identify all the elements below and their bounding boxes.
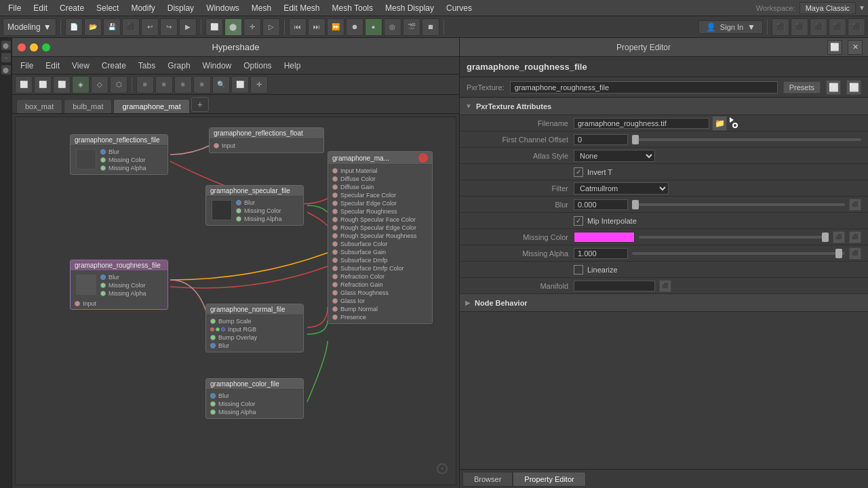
missing-color-btn-1[interactable]: ⬛ [833, 231, 845, 243]
port-missing-alpha-1[interactable] [100, 165, 106, 171]
open-scene-button[interactable]: 📂 [84, 18, 102, 36]
port-ma-2[interactable] [236, 216, 241, 222]
hs-menu-tabs[interactable]: Tabs [133, 60, 161, 72]
tab-box-mat[interactable]: box_mat [16, 99, 62, 113]
menu-edit[interactable]: Edit [28, 2, 53, 14]
tab-property-editor[interactable]: Property Editor [513, 472, 585, 487]
hs-tool-7[interactable]: ⬜ [231, 76, 249, 94]
hs-menu-options[interactable]: Options [238, 60, 277, 72]
port-mc-3[interactable] [100, 283, 106, 288]
side-icon-3[interactable]: ⬤ [1, 65, 11, 75]
port-blur-normal[interactable] [210, 343, 216, 348]
blur-thumb[interactable] [632, 200, 639, 209]
channel-offset-slider[interactable] [632, 138, 861, 141]
prop-scroll-area[interactable]: ▼ PxrTexture Attributes Filename 📁 First… [460, 98, 868, 469]
layout-btn-1[interactable]: ⬛ [772, 18, 789, 36]
playback-btn-3[interactable]: ⏩ [327, 18, 344, 36]
side-icon-2[interactable]: ↔ [1, 53, 11, 62]
hs-menu-view[interactable]: View [66, 60, 95, 72]
port-in-sf[interactable] [332, 192, 338, 198]
node-reflections-float[interactable]: gramaphone_reflections_float Input [209, 127, 324, 153]
render3-button[interactable]: ⏹ [422, 18, 439, 36]
filename-input[interactable] [574, 118, 709, 129]
node-specular-file[interactable]: gramaphone_specular_file Blur Missing Co… [205, 185, 304, 226]
port-in-rse[interactable] [332, 225, 338, 230]
section-pxrtexture[interactable]: ▼ PxrTexture Attributes [460, 98, 868, 115]
port-roughness-input[interactable] [75, 301, 80, 306]
hs-tool-align3[interactable]: ≡ [174, 76, 192, 94]
filename-browse-button[interactable]: 📁 [712, 116, 727, 131]
port-in-pres[interactable] [332, 314, 338, 320]
blur-square-btn[interactable]: ⬛ [849, 199, 861, 211]
port-b[interactable] [221, 327, 225, 331]
menu-mesh-tools[interactable]: Mesh Tools [327, 2, 378, 14]
hs-menu-graph[interactable]: Graph [162, 60, 195, 72]
prop-close-button[interactable]: ✕ [848, 40, 863, 55]
arrow-button[interactable]: ▶ [179, 18, 197, 36]
sign-in-button[interactable]: 👤 Sign In ▼ [698, 20, 763, 34]
missing-color-slider[interactable] [639, 236, 829, 239]
render-button[interactable]: ◎ [384, 18, 401, 36]
port-in-rsf[interactable] [332, 217, 338, 222]
port-bump-scale[interactable] [210, 319, 216, 324]
missing-color-thumb[interactable] [822, 232, 829, 242]
missing-alpha-btn[interactable]: ⬛ [849, 247, 861, 260]
missing-color-btn-2[interactable]: ⬛ [849, 231, 861, 243]
node-reflections-file[interactable]: gramaphone_reflections_file Blur Missing… [70, 134, 168, 175]
port-blur-color[interactable] [210, 393, 216, 399]
channel-offset-input[interactable] [574, 134, 628, 145]
menu-file[interactable]: File [3, 2, 26, 14]
port-in-ssc[interactable] [332, 241, 338, 247]
port-in-ssd[interactable] [332, 258, 338, 263]
port-blur-2[interactable] [236, 200, 241, 205]
hs-tool-align2[interactable]: ≡ [155, 76, 173, 94]
missing-color-swatch[interactable] [574, 232, 635, 243]
playback-btn-1[interactable]: ⏮ [289, 18, 307, 36]
atlas-style-select[interactable]: None UDIM ZBrush [574, 150, 655, 162]
node-color-file[interactable]: gramaphone_color_file Blur Missing Color… [205, 378, 304, 419]
paint-select-button[interactable]: ✛ [243, 18, 261, 36]
port-ma-color[interactable] [210, 409, 216, 415]
hs-tool-align4[interactable]: ≡ [193, 76, 211, 94]
layout-btn-5[interactable]: ⬛ [848, 18, 865, 36]
node-normal-file[interactable]: gramaphone_normal_file Bump Scale Input … [205, 304, 304, 352]
redo-button[interactable]: ↪ [160, 18, 178, 36]
node-roughness-file[interactable]: gramaphone_roughness_file Blur Missing C… [70, 260, 168, 310]
hs-menu-window[interactable]: Window [197, 60, 237, 72]
close-button[interactable] [18, 43, 26, 52]
port-in-gi[interactable] [332, 298, 338, 304]
workspace-dropdown-icon[interactable]: ▼ [859, 4, 865, 12]
tab-add-button[interactable]: + [191, 97, 209, 112]
port-missing-color-1[interactable] [100, 157, 106, 163]
menu-create[interactable]: Create [54, 2, 90, 14]
blur-input[interactable] [574, 199, 628, 210]
hs-tool-1[interactable]: ⬜ [15, 76, 33, 94]
port-in-mat[interactable] [332, 168, 338, 174]
playback-btn-2[interactable]: ⏭ [308, 18, 326, 36]
mip-interpolate-checkbox[interactable] [574, 216, 583, 226]
missing-alpha-slider[interactable] [632, 252, 845, 255]
playback-btn-4[interactable]: ⏺ [346, 18, 363, 36]
port-in-rg[interactable] [332, 282, 338, 287]
minimize-button[interactable] [30, 43, 38, 52]
port-in-se[interactable] [332, 201, 338, 206]
menu-mesh-display[interactable]: Mesh Display [380, 2, 439, 14]
port-in-gr[interactable] [332, 290, 338, 296]
side-icon-1[interactable]: ⬤ [1, 41, 11, 50]
section-node-behavior[interactable]: ▶ Node Behavior [460, 294, 868, 312]
hs-menu-file[interactable]: File [15, 60, 39, 72]
layout-btn-3[interactable]: ⬛ [810, 18, 827, 36]
tab-gramaphone-mat[interactable]: gramaphone_mat [113, 99, 189, 113]
hs-tool-2[interactable]: ⬜ [34, 76, 52, 94]
hs-menu-create[interactable]: Create [96, 60, 132, 72]
manifold-btn[interactable]: ⬛ [659, 280, 671, 292]
hs-tool-align1[interactable]: ≡ [136, 76, 154, 94]
node-gramaphone-mat[interactable]: gramaphone_ma... Input Material Diffuse … [328, 151, 433, 324]
port-in-bn[interactable] [332, 306, 338, 312]
port-mc-color[interactable] [210, 401, 216, 407]
modeling-dropdown[interactable]: Modeling ▼ [3, 18, 56, 36]
menu-select[interactable]: Select [91, 2, 124, 14]
menu-edit-mesh[interactable]: Edit Mesh [278, 2, 325, 14]
hs-menu-help[interactable]: Help [279, 60, 307, 72]
render2-button[interactable]: 🎬 [403, 18, 420, 36]
